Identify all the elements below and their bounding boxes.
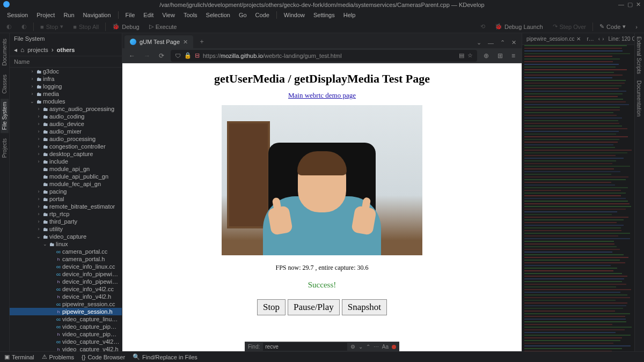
reader-icon[interactable]: ▤ (459, 52, 464, 59)
tab-up-icon[interactable]: ⌃ (497, 37, 508, 48)
tree-item-congestion-controller[interactable]: ›🖿congestion_controller (10, 143, 122, 150)
menu-tools[interactable]: Tools (180, 11, 201, 19)
sidebar-tab-documents[interactable]: Documents (1, 35, 9, 69)
tree-item-portal[interactable]: ›🖿portal (10, 195, 122, 203)
tree-item-modules[interactable]: ⌄🖿modules (10, 98, 122, 105)
tree-item-g3doc[interactable]: ›🖿g3doc (10, 68, 122, 75)
doc-tab-2[interactable]: r… (585, 35, 596, 43)
tree-item-device-info-v4l2-h[interactable]: hdevice_info_v4l2.h (10, 293, 122, 300)
toolbar-left-1[interactable]: ◐ (3, 22, 15, 31)
menu-file[interactable]: File (122, 11, 139, 19)
menu-code[interactable]: Code (252, 11, 273, 19)
tree-item-audio-processing[interactable]: ›🖿audio_processing (10, 135, 122, 143)
terminal-tab[interactable]: ▣ Terminal (4, 353, 34, 360)
url-bar[interactable]: 🛡 🔒 ⊟ https://mozilla.github.io/webrtc-l… (171, 50, 477, 62)
doc-tab-1[interactable]: pipewire_session.cc ✕ (524, 35, 583, 43)
find-opt-icon[interactable]: ⚙ (350, 344, 355, 350)
tree-item-device-info-pipewire-h[interactable]: hdevice_info_pipewire.h (10, 278, 122, 285)
menu-go[interactable]: Go (235, 11, 251, 19)
menu-settings[interactable]: Settings (310, 11, 339, 19)
find-down-icon[interactable]: ⌄ (358, 344, 363, 350)
sidebar-tab-file-system[interactable]: File System (1, 99, 9, 133)
tree-item-video-capture-v4l2-cc[interactable]: ccvideo_capture_v4l2.cc (10, 338, 122, 345)
nav-forward-icon[interactable]: → (142, 50, 152, 62)
tab-list-icon[interactable]: ⌄ (473, 37, 485, 48)
tree-item-pipewire-session-cc[interactable]: ccpipewire_session.cc (10, 300, 122, 308)
find-input[interactable] (263, 343, 347, 351)
home-icon[interactable]: ⌂ (20, 46, 24, 54)
tree-item-utility[interactable]: ›🖿utility (10, 225, 122, 233)
stop-video-button[interactable]: Stop (257, 299, 286, 315)
find-more-icon[interactable]: ⋯ (374, 344, 379, 350)
code-menu[interactable]: ✎ Code ▾ (596, 22, 629, 31)
tree-item-audio-mixer[interactable]: ›🖿audio_mixer (10, 128, 122, 135)
breadcrumb-others[interactable]: others (57, 47, 75, 53)
tree-item-media[interactable]: ›🖿media (10, 90, 122, 98)
tree-item-camera-portal-cc[interactable]: cccamera_portal.cc (10, 248, 122, 255)
sidebar-tab-classes[interactable]: Classes (1, 71, 9, 97)
tab-close-icon[interactable]: ✕ (183, 39, 188, 46)
tree-item-audio-coding[interactable]: ›🖿audio_coding (10, 113, 122, 120)
tree-item-device-info-v4l2-cc[interactable]: ccdevice_info_v4l2.cc (10, 285, 122, 293)
menu-icon[interactable]: ≡ (509, 50, 517, 62)
menu-edit[interactable]: Edit (140, 11, 157, 19)
tree-item-include[interactable]: ›🖿include (10, 158, 122, 165)
tree-item-video-capture-pipewire-h[interactable]: hvideo_capture_pipewire.h (10, 330, 122, 338)
menu-help[interactable]: Help (340, 11, 360, 19)
tree-item-device-info-pipewire-cc[interactable]: ccdevice_info_pipewire.cc (10, 270, 122, 278)
find-case-icon[interactable]: Aa (382, 344, 389, 350)
sidebar-tab-documentation[interactable]: Documentation (635, 77, 643, 120)
sidebar-tab-external-scripts[interactable]: External Scripts (635, 33, 643, 77)
find-up-icon[interactable]: ⌃ (366, 344, 370, 350)
bookmark-icon[interactable]: ☆ (467, 52, 473, 59)
close-icon[interactable]: ✕ (576, 36, 581, 42)
stop-button[interactable]: ■ Stop ▾ (37, 22, 67, 31)
menu-session[interactable]: Session (3, 11, 32, 19)
code-browser-tab[interactable]: {} Code Browser (82, 354, 125, 360)
minimap[interactable] (522, 45, 634, 351)
tree-item-pipewire-session-h[interactable]: hpipewire_session.h (10, 308, 122, 315)
menu-view[interactable]: View (158, 11, 179, 19)
doctab-next-icon[interactable]: › (602, 36, 604, 42)
problems-tab[interactable]: ⚠ Problems (42, 353, 74, 360)
step-over-button[interactable]: ↷ Step Over (550, 22, 590, 31)
toolbar-left-2[interactable]: ◐ (18, 22, 30, 31)
stop-all-button[interactable]: ■ Stop All (70, 23, 102, 31)
lock-icon[interactable]: 🔒 (184, 52, 192, 59)
debug-launch-button[interactable]: 🐞 Debug Launch (492, 22, 546, 31)
tree-item-video-capture-linux-cc[interactable]: ccvideo_capture_linux.cc (10, 315, 122, 323)
back-icon[interactable]: ◂ (14, 46, 17, 54)
tree-item-video-capture-pipewire-cc[interactable]: ccvideo_capture_pipewire.cc (10, 323, 122, 330)
file-tree[interactable]: ›🖿g3doc›🖿infra›🖿logging›🖿media⌄🖿modules›… (10, 68, 122, 351)
pocket-icon[interactable]: ⊕ (481, 50, 491, 62)
menu-navigation[interactable]: Navigation (79, 11, 115, 19)
tree-item-desktop-capture[interactable]: ›🖿desktop_capture (10, 150, 122, 158)
tree-item-module-fec-api-gn[interactable]: 🖿module_fec_api_gn (10, 180, 122, 188)
main-demo-link[interactable]: Main webrtc demo page (288, 91, 356, 99)
window-close-icon[interactable]: ✕ (636, 1, 641, 8)
tree-item-module-api-gn[interactable]: 🖿module_api_gn (10, 165, 122, 173)
window-minimize-icon[interactable]: — (618, 1, 624, 8)
tree-item-audio-device[interactable]: ›🖿audio_device (10, 120, 122, 128)
tree-item-module-api-public-gn[interactable]: 🖿module_api_public_gn (10, 173, 122, 180)
find-replace-tab[interactable]: 🔍 Find/Replace in Files (133, 353, 197, 360)
nav-reload-icon[interactable]: ⟳ (157, 50, 166, 62)
execute-button[interactable]: ▷ Execute (146, 22, 180, 31)
tab-min-icon[interactable]: — (485, 38, 497, 48)
menu-selection[interactable]: Selection (202, 11, 234, 19)
tree-item-pacing[interactable]: ›🖿pacing (10, 188, 122, 195)
browser-tab[interactable]: gUM Test Page ✕ (125, 35, 193, 48)
menu-window[interactable]: Window (280, 11, 309, 19)
sidebar-tab-projects[interactable]: Projects (1, 135, 9, 161)
debug-button[interactable]: 🐞 Debug (109, 22, 142, 31)
shield-icon[interactable]: 🛡 (175, 53, 181, 59)
tab-x-icon[interactable]: ✕ (508, 37, 519, 48)
extensions-icon[interactable]: ⊞ (495, 50, 505, 62)
tree-item-infra[interactable]: ›🖿infra (10, 75, 122, 83)
tree-item-linux[interactable]: ⌄🖿linux (10, 240, 122, 248)
tree-item-camera-portal-h[interactable]: hcamera_portal.h (10, 255, 122, 263)
tree-item-async-audio-processing[interactable]: ›🖿async_audio_processing (10, 105, 122, 113)
permission-icon[interactable]: ⊟ (195, 52, 200, 59)
menu-project[interactable]: Project (33, 11, 58, 19)
tree-item-device-info-linux-cc[interactable]: ccdevice_info_linux.cc (10, 263, 122, 270)
